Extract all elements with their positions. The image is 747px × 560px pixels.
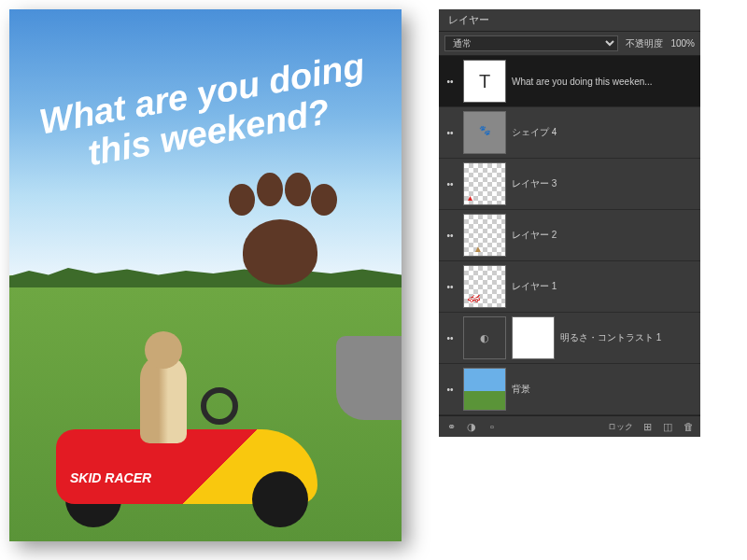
visibility-toggle[interactable]: •• — [443, 231, 458, 241]
layer-thumbnail-background[interactable] — [463, 368, 506, 411]
thumb-content: 🏎 — [468, 290, 481, 305]
opacity-value[interactable]: 100% — [670, 38, 695, 49]
adjustment-icon[interactable]: ◐ — [463, 316, 506, 359]
layer-thumbnail[interactable]: 🏎 — [463, 265, 506, 308]
thumb-content: ▴ — [468, 192, 472, 203]
layer-thumbnail[interactable]: ▲ — [463, 214, 506, 257]
layers-panel-controls: 通常 不透明度 100% — [439, 32, 700, 56]
paw-toe — [229, 184, 255, 216]
document-canvas[interactable]: What are you doing this weekend? SKID RA… — [9, 9, 402, 541]
layer-row-raster[interactable]: •• 🏎 レイヤー 1 — [439, 261, 700, 313]
visibility-toggle[interactable]: •• — [443, 128, 458, 138]
paw-toe — [285, 173, 311, 206]
gray-object — [336, 336, 402, 420]
layer-name[interactable]: レイヤー 3 — [512, 177, 697, 190]
layer-row-background[interactable]: •• 背景 — [439, 364, 700, 415]
paw-toe — [311, 184, 337, 216]
lock-icon[interactable]: ⊞ — [641, 420, 654, 433]
layer-list: •• T What are you doing this weeken... •… — [439, 56, 700, 415]
new-layer-icon[interactable]: ◫ — [661, 420, 674, 433]
layer-name[interactable]: シェイプ 4 — [512, 126, 697, 139]
kart-decal-text: SKID RACER — [70, 470, 151, 485]
layer-name[interactable]: 背景 — [512, 383, 697, 396]
layer-name[interactable]: レイヤー 1 — [512, 280, 697, 293]
prairie-dog — [140, 355, 187, 443]
layers-panel-title: レイヤー — [448, 14, 489, 25]
opacity-label: 不透明度 — [626, 37, 663, 50]
visibility-toggle[interactable]: •• — [443, 282, 458, 292]
steering-wheel — [201, 387, 238, 425]
visibility-toggle[interactable]: •• — [443, 385, 458, 395]
layer-thumbnail-shape[interactable]: 🐾 — [463, 111, 506, 154]
layer-name[interactable]: 明るさ・コントラスト 1 — [560, 331, 697, 344]
fx-icon[interactable]: ◑ — [465, 420, 478, 433]
delete-layer-icon[interactable]: 🗑 — [682, 420, 695, 433]
paw-shape[interactable] — [219, 173, 341, 294]
mask-icon[interactable]: ▫ — [486, 420, 499, 433]
paw-main-pad — [243, 219, 317, 285]
layer-name[interactable]: レイヤー 2 — [512, 229, 697, 242]
lock-label: ロック — [608, 420, 633, 433]
layer-row-text[interactable]: •• T What are you doing this weeken... — [439, 56, 700, 107]
layers-panel-footer: ⚭ ◑ ▫ ロック ⊞ ◫ 🗑 — [439, 415, 700, 437]
layer-row-raster[interactable]: •• ▴ レイヤー 3 — [439, 159, 700, 210]
layer-name[interactable]: What are you doing this weeken... — [512, 77, 697, 87]
thumb-content: ▲ — [473, 244, 483, 254]
layer-row-adjustment[interactable]: •• ◐ 明るさ・コントラスト 1 — [439, 313, 700, 364]
layer-row-shape[interactable]: •• 🐾 シェイプ 4 — [439, 107, 700, 159]
layer-thumbnail[interactable]: ▴ — [463, 162, 506, 205]
layer-thumbnail-text[interactable]: T — [463, 60, 506, 103]
link-layers-icon[interactable]: ⚭ — [444, 420, 458, 433]
layer-row-raster[interactable]: •• ▲ レイヤー 2 — [439, 210, 700, 261]
visibility-toggle[interactable]: •• — [443, 333, 458, 343]
paw-icon: 🐾 — [479, 125, 490, 135]
layers-panel: レイヤー 通常 不透明度 100% •• T What are you doin… — [439, 9, 700, 437]
paw-toe — [257, 173, 283, 206]
visibility-toggle[interactable]: •• — [443, 179, 458, 189]
kart-wheel-front — [252, 471, 308, 527]
visibility-toggle[interactable]: •• — [443, 77, 458, 87]
layer-mask-thumbnail[interactable] — [512, 316, 555, 359]
blend-mode-select[interactable]: 通常 — [444, 35, 618, 51]
gokart-group[interactable]: SKID RACER — [28, 355, 345, 532]
layers-panel-tab[interactable]: レイヤー — [439, 9, 700, 32]
